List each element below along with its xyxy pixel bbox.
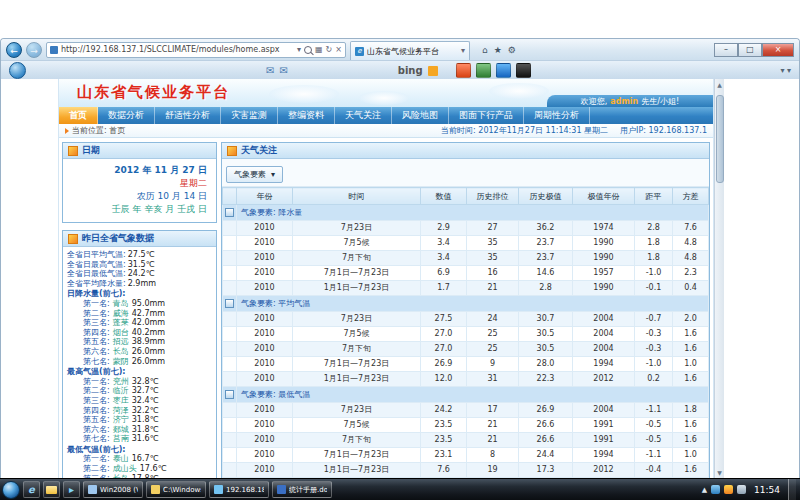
toolbar-app-icon[interactable] <box>516 63 531 78</box>
table-section-row[interactable]: 气象要素: 平均气温 <box>223 296 709 312</box>
search-icon[interactable] <box>304 46 312 54</box>
rank-label: 第二名: <box>83 386 110 396</box>
nav-item-5[interactable]: 天气关注 <box>335 107 392 124</box>
browser-tab[interactable]: e 山东省气候业务平台 ▾ <box>350 41 470 60</box>
lunar-date: 农历 10 月 14 日 <box>72 190 207 203</box>
tab-dropdown-icon[interactable]: ▾ <box>461 44 465 58</box>
rank-value: 26.0mm <box>132 347 165 357</box>
back-button[interactable]: ← <box>6 42 22 58</box>
table-cell: 7月下旬 <box>293 251 421 266</box>
taskbar-window-button[interactable]: Win2008 (VS2... <box>83 481 143 498</box>
rank-item: 第二名:威海42.7mm <box>67 309 212 319</box>
taskbar-window-button[interactable]: 统计手册.docx ... <box>272 481 332 498</box>
table-cell: 21 <box>467 281 519 296</box>
scrollbar-thumb[interactable] <box>716 95 724 183</box>
ganzhi-date: 壬辰 年 辛亥 月 壬戌 日 <box>72 203 207 216</box>
expand-icon[interactable] <box>225 390 234 399</box>
tray-expand-icon[interactable]: ▲ <box>702 486 707 494</box>
page-scrollbar[interactable]: ▲ ▼ <box>714 79 724 478</box>
toolbar-overflow-icon[interactable]: ▾ ▾ <box>780 66 791 75</box>
table-section-row[interactable]: 气象要素: 降水量 <box>223 205 709 221</box>
table-cell: 14.6 <box>519 266 573 281</box>
start-button[interactable] <box>2 481 20 499</box>
table-cell: -0.7 <box>635 312 673 327</box>
current-time: 当前时间: 2012年11月27日 11:14:31 星期二 <box>441 125 608 136</box>
taskbar-mediaplayer-icon[interactable]: ▸ <box>63 481 80 498</box>
rank-label: 第七名: <box>83 357 110 367</box>
nav-item-8[interactable]: 周期性分析 <box>524 107 590 124</box>
taskbar-explorer-icon[interactable] <box>43 481 60 498</box>
expand-icon[interactable] <box>225 208 234 217</box>
toolbar-app-icon[interactable] <box>496 63 511 78</box>
taskbar-clock[interactable]: 11:54 <box>750 485 784 495</box>
browser-logo-icon[interactable] <box>9 62 26 79</box>
site-container: 山东省气候业务平台 欢迎您, admin 先生/小姐! 首页数据分析舒适性分析灾… <box>58 79 714 478</box>
refresh-icon[interactable]: ↻ <box>326 43 333 57</box>
tray-network-icon[interactable] <box>711 485 720 494</box>
element-filter-button[interactable]: 气象要素 ▾ <box>226 166 283 183</box>
weather-focus-panel: 天气关注 气象要素 ▾ <box>221 142 710 478</box>
tray-volume-icon[interactable] <box>737 485 746 494</box>
focus-icon <box>227 146 237 156</box>
mail-icon[interactable]: ✉ <box>266 63 274 78</box>
address-dropdown-icon[interactable]: ▾ <box>297 43 301 57</box>
taskbar-window-button[interactable]: C:\Windows\sys... <box>146 481 206 498</box>
forward-button[interactable]: → <box>26 42 42 58</box>
settings-gear-icon[interactable]: ⚙ <box>508 45 516 55</box>
table-wrap: 年份时间数值历史排位历史极值极值年份距平方差 气象要素: 降水量20107月23… <box>222 187 709 478</box>
home-icon[interactable]: ⌂ <box>482 45 488 55</box>
address-bar[interactable]: http://192.168.137.1/SLCCLIMATE/modules/… <box>46 42 346 58</box>
nav-item-4[interactable]: 整编资料 <box>278 107 335 124</box>
table-cell: 26.9 <box>519 403 573 418</box>
bing-logo[interactable]: bing <box>398 65 423 76</box>
table-cell: 24.4 <box>519 448 573 463</box>
table-row: 20107月1日—7月23日23.1824.41994-1.11.0 <box>223 448 709 463</box>
nav-item-1[interactable]: 数据分析 <box>98 107 155 124</box>
table-cell: 27.0 <box>421 327 467 342</box>
weather-panel-body: 全省日平均气温:27.5℃全省日最高气温:31.5℃全省日最低气温:24.2℃全… <box>63 247 216 478</box>
favorites-star-icon[interactable]: ★ <box>494 45 502 55</box>
stop-icon[interactable]: × <box>335 43 342 57</box>
expand-icon[interactable] <box>225 299 234 308</box>
table-section-row[interactable]: 气象要素: 最低气温 <box>223 387 709 403</box>
table-cell: 4.8 <box>673 251 709 266</box>
taskbar-ie-icon[interactable]: e <box>23 481 40 498</box>
table-row: 20107月1日—7月23日6.91614.61957-1.02.3 <box>223 266 709 281</box>
station-name: 兖州 <box>113 377 129 387</box>
rank-label: 第二名: <box>83 309 110 319</box>
table-row: 20107月下旬23.52126.61991-0.51.6 <box>223 433 709 448</box>
row-lead-cell <box>223 357 237 372</box>
taskbar-window-button[interactable]: 192.168.18.99... <box>209 481 269 498</box>
toolbar-app-icon[interactable] <box>476 63 491 78</box>
nav-item-2[interactable]: 舒适性分析 <box>155 107 221 124</box>
table-cell: 22.3 <box>519 372 573 387</box>
show-desktop-button[interactable] <box>788 479 796 500</box>
close-button[interactable]: × <box>762 43 794 57</box>
rank-item: 第五名:济宁31.8℃ <box>67 415 212 425</box>
table-cell: 2004 <box>573 403 635 418</box>
maximize-button[interactable]: □ <box>738 43 762 57</box>
rank-group-title: 最高气温(前七): <box>67 367 212 377</box>
compatibility-view-icon[interactable]: ▦ <box>315 43 323 57</box>
tray-weather-icon[interactable] <box>724 485 733 494</box>
table-row: 20107月23日24.21726.92004-1.11.8 <box>223 403 709 418</box>
bing-tile-icon[interactable] <box>428 66 438 76</box>
weather-stat: 全省平均降水量:2.9mm <box>67 279 212 289</box>
minimize-button[interactable]: – <box>714 43 738 57</box>
nav-item-3[interactable]: 灾害监测 <box>221 107 278 124</box>
nav-item-0[interactable]: 首页 <box>59 107 98 124</box>
toolbar-app-icon[interactable] <box>456 63 471 78</box>
nav-item-6[interactable]: 风险地图 <box>392 107 449 124</box>
table-cell: 2010 <box>237 403 293 418</box>
section-icon-cell <box>223 205 237 221</box>
scroll-up-icon[interactable]: ▲ <box>715 81 724 88</box>
rank-value: 40.2mm <box>132 328 165 338</box>
send-mail-icon[interactable]: ✉ <box>279 63 287 78</box>
table-header-cell: 极值年份 <box>573 188 635 205</box>
scroll-down-icon[interactable]: ▼ <box>715 469 724 476</box>
table-cell: 2010 <box>237 448 293 463</box>
rank-value: 32.7℃ <box>132 386 159 396</box>
nav-item-7[interactable]: 图面下行产品 <box>449 107 524 124</box>
ie-e-icon: e <box>28 484 35 495</box>
table-cell: 1974 <box>573 221 635 236</box>
